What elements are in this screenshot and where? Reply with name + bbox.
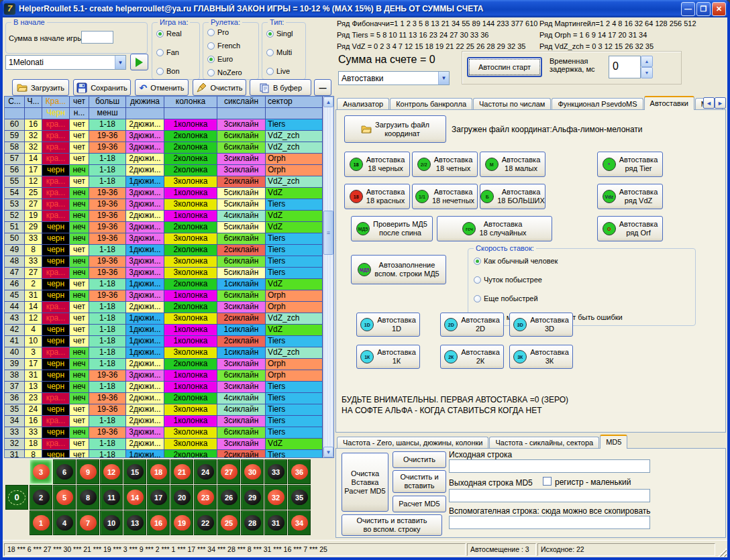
roulette-cell-36[interactable]: 36 xyxy=(288,459,311,484)
copy-buffer-button[interactable]: В буфер xyxy=(250,79,311,96)
source-string-input[interactable] xyxy=(449,459,650,473)
roulette-cell-27[interactable]: 27 xyxy=(217,459,240,484)
spinner-up-button[interactable]: ▲ xyxy=(641,56,653,67)
table-row[interactable]: 4727кра...неч19-363дюжи...3колонка5сикла… xyxy=(5,268,323,279)
roulette-cell-2[interactable]: 2 xyxy=(30,485,52,510)
autobet-18-even-button[interactable]: 2/2Автоставка 18 четных xyxy=(412,152,478,177)
table-row[interactable]: 5832кра...чет19-363дюжи...2колонка6сикла… xyxy=(5,142,323,154)
delay-value-box[interactable]: 0 xyxy=(609,56,641,78)
scroll-down-icon[interactable]: ▼ xyxy=(323,447,333,457)
table-row[interactable]: 3917черннеч1-182дюжи...2колонка3сиклайнO… xyxy=(5,359,323,370)
table-row[interactable]: 3218кра...чет1-182дюжи...3колонка3сиклай… xyxy=(5,439,323,450)
save-button[interactable]: Сохранить xyxy=(73,79,131,96)
chevron-down-icon[interactable]: ▼ xyxy=(115,56,125,69)
clear-button[interactable]: Очистить xyxy=(193,79,246,96)
roulette-cell-35[interactable]: 35 xyxy=(288,485,311,510)
table-scrollbar[interactable]: ▲ ≡ ▼ xyxy=(323,97,333,457)
roulette-cell-11[interactable]: 11 xyxy=(100,485,123,510)
md5-calc-button[interactable]: Расчет MD5 xyxy=(393,496,446,512)
autobet-18-black-button[interactable]: 18Автоставка 18 черных xyxy=(344,152,410,177)
roulette-cell-10[interactable]: 10 xyxy=(100,510,123,535)
tab-Автоставки[interactable]: Автоставки xyxy=(644,96,694,110)
roulette-cell-17[interactable]: 17 xyxy=(147,485,170,510)
radio-Как обычный человек[interactable]: Как обычный человек xyxy=(474,257,623,265)
table-row[interactable]: 403кра...неч1-181дюжи...3колонка1сиклайн… xyxy=(5,347,323,359)
md5-clear-paste-button[interactable]: Очистить и вставить xyxy=(393,470,446,493)
spinner-down-button[interactable]: ▼ xyxy=(641,67,653,78)
roulette-cell-26[interactable]: 26 xyxy=(217,485,240,510)
table-row[interactable]: 4531черннеч19-363дюжи...1колонка6сиклайн… xyxy=(5,290,323,302)
autobet-2k-button[interactable]: 2КАвтоставка 2К xyxy=(440,345,504,369)
mode-combo[interactable]: Автоставки ▼ xyxy=(338,71,450,85)
roulette-cell-14[interactable]: 14 xyxy=(123,485,146,510)
table-row[interactable]: 4414кра...чет1-182дюжи...2колонка3сиклай… xyxy=(5,302,323,313)
roulette-cell-16[interactable]: 16 xyxy=(147,510,170,535)
autobet-1k-button[interactable]: 1КАвтоставка 1К xyxy=(356,345,420,369)
load-button[interactable]: Загрузить xyxy=(12,79,69,96)
autobet-18-red-button[interactable]: 18Автоставка 18 красных xyxy=(344,184,410,209)
tab-Контроль банкролла[interactable]: Контроль банкролла xyxy=(390,98,472,110)
chevron-down-icon[interactable]: ▼ xyxy=(438,72,449,85)
autobet-3d-button[interactable]: 3DАвтоставка 3D xyxy=(509,313,573,337)
radio-Pro[interactable]: Pro xyxy=(207,28,242,36)
table-row[interactable]: 3831черннеч19-363дюжи...1колонка6сиклайн… xyxy=(5,370,323,382)
table-row[interactable]: 424чернчет1-181дюжи...1колонка1сиклайнVd… xyxy=(5,325,323,336)
autobet-2d-button[interactable]: 2DАвтоставка 2D xyxy=(440,313,504,337)
roulette-cell-21[interactable]: 21 xyxy=(170,459,193,484)
tab-Функционал PsevdoMS[interactable]: Функционал PsevdoMS xyxy=(552,98,643,110)
scroll-up-icon[interactable]: ▲ xyxy=(323,97,333,107)
radio-Чуток побыстрее[interactable]: Чуток побыстрее xyxy=(474,276,623,284)
autobet-tier-row-button[interactable]: *Автоставка ряд Tier xyxy=(597,152,663,177)
roulette-cell-33[interactable]: 33 xyxy=(264,459,287,484)
roulette-cell-12[interactable]: 12 xyxy=(100,459,123,484)
start-sum-input[interactable] xyxy=(81,31,113,44)
roulette-cell-5[interactable]: 5 xyxy=(53,485,76,510)
autobet-18-random-button[interactable]: гсчАвтоставка 18 случайных xyxy=(437,216,552,241)
maximize-button[interactable]: ❐ xyxy=(696,2,711,16)
table-row[interactable]: 4833черннеч19-363дюжи...3колонка6сиклайн… xyxy=(5,256,323,268)
tab-Частота - сиклайны, сектора[interactable]: Частота - сиклайны, сектора xyxy=(489,437,599,449)
roulette-cell-22[interactable]: 22 xyxy=(194,510,217,535)
roulette-cell-1[interactable]: 1 xyxy=(30,510,52,535)
md5-clear-paste-aux-button[interactable]: Очистить и вставить во вспом. строку xyxy=(342,514,442,536)
roulette-cell-28[interactable]: 28 xyxy=(241,510,264,535)
table-row[interactable]: 3524чернчет19-362дюжи...3колонка4сиклайн… xyxy=(5,404,323,416)
output-string-input[interactable] xyxy=(449,489,650,502)
tab-Частота - Zero, шансы, дюжины, колонки[interactable]: Частота - Zero, шансы, дюжины, колонки xyxy=(337,437,488,449)
roulette-cell-8[interactable]: 8 xyxy=(76,485,99,510)
check-md5-after-spin-button[interactable]: МД5Проверить МД5 после спина xyxy=(351,216,433,241)
close-button[interactable]: ✕ xyxy=(712,2,726,16)
roulette-cell-9[interactable]: 9 xyxy=(76,459,99,484)
roulette-cell-34[interactable]: 34 xyxy=(288,510,311,535)
tab-MD5[interactable]: MD5 xyxy=(600,435,627,449)
table-row[interactable]: 4110чернчет1-181дюжи...1колонка2сиклайнT… xyxy=(5,336,323,347)
roulette-cell-18[interactable]: 18 xyxy=(147,459,170,484)
roulette-cell-4[interactable]: 4 xyxy=(53,510,76,535)
tab-scroll-right-icon[interactable]: ► xyxy=(715,97,726,109)
roulette-cell-30[interactable]: 30 xyxy=(241,459,264,484)
radio-Еще побыстрей[interactable]: Еще побыстрей xyxy=(474,294,623,302)
tab-scroll-left-icon[interactable]: ◄ xyxy=(703,97,715,109)
roulette-cell-25[interactable]: 25 xyxy=(217,510,240,535)
roulette-cell-32[interactable]: 32 xyxy=(264,485,287,510)
autobet-18-low-button[interactable]: МАвтоставка 18 малых xyxy=(480,152,545,177)
title-bar[interactable]: 7 HelperRoullet 5.1- create helperroulle… xyxy=(0,0,730,17)
radio-Bon[interactable]: Bon xyxy=(156,67,182,75)
aux-string-input[interactable] xyxy=(449,516,650,529)
autofill-md5-aux-button[interactable]: МД5Автозаполнение вспом. строки МД5 xyxy=(351,255,446,284)
autospin-start-button[interactable]: Автоспин старт xyxy=(467,57,542,77)
lowercase-checkbox[interactable] xyxy=(543,477,552,486)
table-row[interactable]: 5327кра...неч19-363дюжи...3колонка5сикла… xyxy=(5,199,323,211)
tab-Анализатор[interactable]: Анализатор xyxy=(337,98,389,110)
roulette-cell-29[interactable]: 29 xyxy=(241,485,264,510)
table-row[interactable]: 3416кра...чет1-182дюжи...1колонка3сиклай… xyxy=(5,416,323,427)
minimize-button[interactable]: — xyxy=(681,2,695,16)
scroll-thumb[interactable]: ≡ xyxy=(323,211,333,255)
table-row[interactable]: 5425кра...неч19-363дюжи...1колонка5сикла… xyxy=(5,188,323,199)
table-row[interactable]: 5714кра...чет1-182дюжи...2колонка3сиклай… xyxy=(5,154,323,165)
table-row[interactable]: 498чернчет1-181дюжи...2колонка2сиклайнTi… xyxy=(5,245,323,256)
autobet-1d-button[interactable]: 1DАвтоставка 1D xyxy=(356,313,420,337)
table-row[interactable]: 462чернчет1-181дюжи...2колонка1сиклайнVd… xyxy=(5,279,323,290)
radio-NoZero[interactable]: NoZero xyxy=(207,68,242,76)
roulette-cell-19[interactable]: 19 xyxy=(170,510,193,535)
